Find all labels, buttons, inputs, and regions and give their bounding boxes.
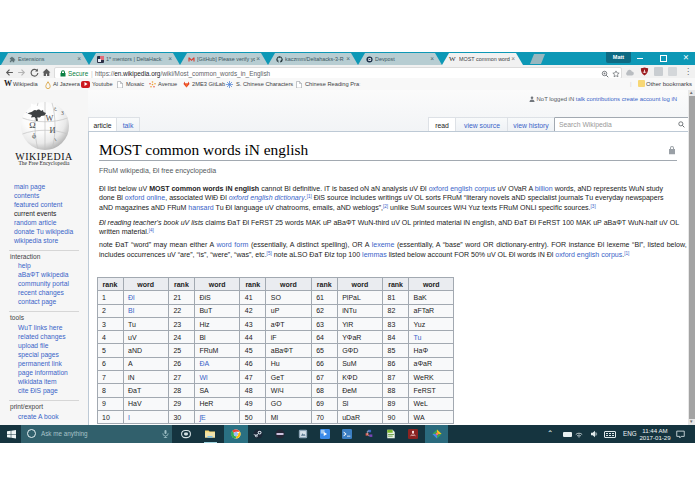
svg-text:И: И [50, 126, 56, 135]
svg-text:W: W [46, 114, 54, 123]
svg-text:3: 3 [61, 110, 64, 116]
svg-text:Ω: Ω [29, 119, 35, 129]
svg-text:ع: ع [54, 105, 57, 110]
svg-text:܌: ܌ [54, 136, 58, 142]
svg-text:ф: ф [32, 131, 36, 138]
